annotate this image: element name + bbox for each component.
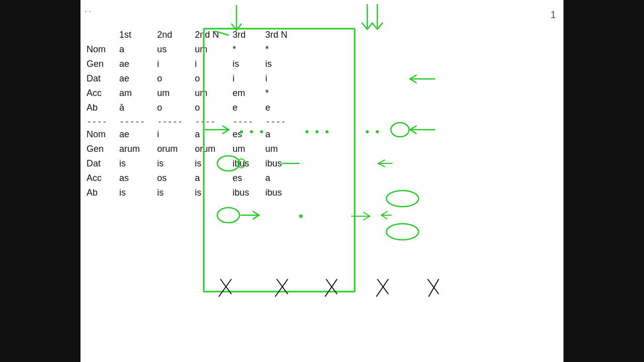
sg-acc-3: em: [226, 86, 259, 101]
svg-point-25: [299, 215, 303, 218]
svg-line-31: [220, 279, 231, 294]
sg-acc-2n: um: [189, 86, 226, 101]
pl-gen-2n: orum: [189, 142, 226, 156]
svg-line-40: [429, 279, 439, 297]
sg-ab-3: e: [226, 101, 259, 115]
table-row: Gen arum orum orum um um: [80, 142, 293, 156]
pl-acc-3n: a: [259, 171, 293, 186]
pl-ab-3: ibus: [226, 186, 259, 200]
sg-gen-2n: i: [189, 57, 226, 71]
pl-dat-2n: is: [189, 156, 226, 171]
black-bar-left: [0, 0, 80, 362]
pl-ab-2: is: [151, 186, 189, 200]
header-1st: 1st: [113, 28, 151, 42]
sg-ab-2n: o: [189, 101, 226, 115]
div-4: ----: [226, 115, 259, 127]
sg-nom-1: a: [113, 42, 151, 57]
dots-decoration: · ·: [85, 7, 91, 16]
pl-nom-2n: a: [189, 127, 226, 142]
case-dat-pl: Dat: [80, 156, 113, 171]
div-2: -----: [151, 115, 189, 127]
sg-dat-2: o: [151, 71, 189, 86]
header-2ndN: 2nd N: [189, 28, 226, 42]
sg-gen-3: is: [226, 57, 259, 71]
table-row: Dat ae o o i i: [80, 71, 293, 86]
black-bar-right: [564, 0, 644, 362]
svg-line-32: [219, 279, 231, 297]
sg-ab-1: ā: [113, 101, 151, 115]
sg-dat-2n: o: [189, 71, 226, 86]
case-ab-sg: Ab: [80, 101, 113, 115]
svg-point-15: [315, 130, 318, 133]
div-5: ----: [259, 115, 293, 127]
table-row: Nom ae i a es a: [80, 127, 293, 142]
svg-point-28: [386, 224, 419, 240]
case-nom-pl: Nom: [80, 127, 113, 142]
table-row: Nom a us um * *: [80, 42, 293, 57]
pl-dat-1: is: [113, 156, 151, 171]
svg-point-27: [386, 191, 419, 207]
pl-nom-3: es: [226, 127, 259, 142]
sg-nom-3: *: [226, 42, 259, 57]
sg-gen-1: ae: [113, 57, 151, 71]
sg-ab-3n: e: [259, 101, 293, 115]
pl-dat-2: is: [151, 156, 189, 171]
table-row: Dat is is is ibus ibus: [80, 156, 293, 171]
table-divider: ---- ----- ----- ---- ---- ----: [80, 115, 293, 127]
svg-line-38: [376, 279, 388, 297]
pl-nom-1: ae: [113, 127, 151, 142]
pl-ab-2n: is: [189, 186, 226, 200]
sg-dat-1: ae: [113, 71, 151, 86]
pl-ab-1: is: [113, 186, 151, 200]
header-2nd: 2nd: [151, 28, 189, 42]
sg-ab-2: o: [151, 101, 189, 115]
sg-nom-2: us: [151, 42, 189, 57]
svg-line-33: [277, 279, 288, 294]
table-row: Ab ā o o e e: [80, 101, 293, 115]
pl-nom-2: i: [151, 127, 189, 142]
pl-acc-3: es: [226, 171, 259, 186]
pl-gen-2: orum: [151, 142, 189, 156]
table-row: Acc am um um em *: [80, 86, 293, 101]
div-3: ----: [189, 115, 226, 127]
table-row: Acc as os a es a: [80, 171, 293, 186]
pl-gen-3n: um: [259, 142, 293, 156]
pl-nom-3n: a: [259, 127, 293, 142]
svg-line-37: [377, 279, 388, 294]
pl-acc-2: os: [151, 171, 189, 186]
svg-line-36: [325, 279, 337, 297]
sg-gen-2: i: [151, 57, 189, 71]
header-3rd: 3rd: [226, 28, 259, 42]
pl-dat-3: ibus: [226, 156, 259, 171]
case-dat-sg: Dat: [80, 71, 113, 86]
svg-point-23: [217, 208, 239, 223]
pl-ab-3n: ibus: [259, 186, 293, 200]
pl-dat-3n: ibus: [259, 156, 293, 171]
pl-gen-3: um: [226, 142, 259, 156]
sg-nom-3n: *: [259, 42, 293, 57]
pl-gen-1: arum: [113, 142, 151, 156]
header-empty: [80, 28, 113, 42]
page-number: 1: [550, 9, 556, 21]
table-row: Gen ae i i is is: [80, 57, 293, 71]
svg-point-17: [366, 130, 369, 133]
case-gen-sg: Gen: [80, 57, 113, 71]
sg-acc-3n: *: [259, 86, 293, 101]
svg-point-18: [376, 130, 379, 133]
svg-point-14: [305, 130, 308, 133]
case-ab-pl: Ab: [80, 186, 113, 200]
sg-acc-1: am: [113, 86, 151, 101]
svg-line-39: [428, 279, 439, 294]
svg-point-16: [326, 130, 329, 133]
case-nom-sg: Nom: [80, 42, 113, 57]
div-1: -----: [113, 115, 151, 127]
div-0: ----: [80, 115, 113, 127]
sg-dat-3n: i: [259, 71, 293, 86]
latin-declension-table: 1st 2nd 2nd N 3rd 3rd N Nom a us um * * …: [80, 28, 293, 200]
table-row: Ab is is is ibus ibus: [80, 186, 293, 200]
header-3rdN: 3rd N: [259, 28, 293, 42]
pl-acc-2n: a: [189, 171, 226, 186]
sg-gen-3n: is: [259, 57, 293, 71]
svg-point-30: [391, 123, 409, 137]
case-gen-pl: Gen: [80, 142, 113, 156]
